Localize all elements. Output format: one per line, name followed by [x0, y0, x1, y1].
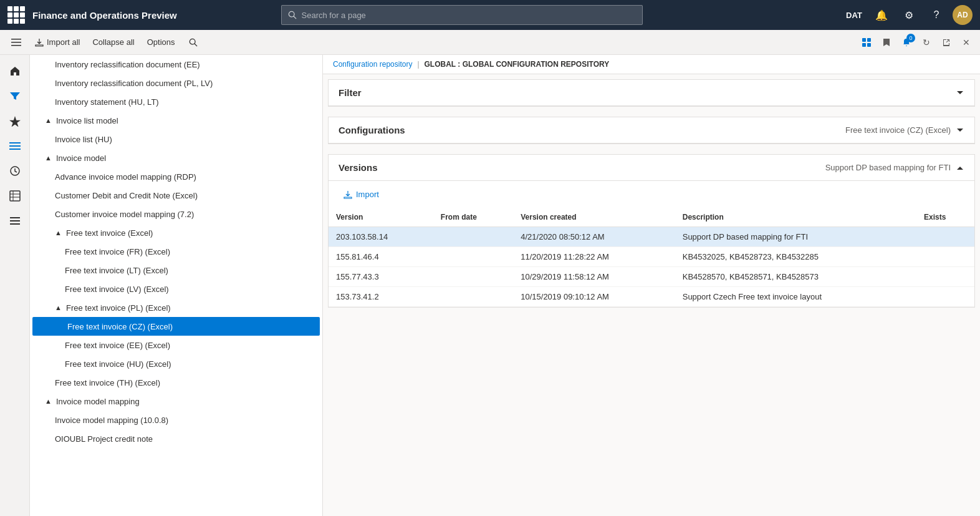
- search-box[interactable]: [281, 5, 643, 25]
- list-icon-btn[interactable]: [4, 210, 26, 232]
- versions-table: Version From date Version created Descri…: [329, 208, 974, 307]
- notifications-sub-button[interactable]: 0: [898, 34, 915, 51]
- cell-exists: [916, 287, 974, 307]
- top-bar-right: DAT 🔔 ⚙ ? AD: [843, 4, 973, 26]
- tree-item-selected[interactable]: Free text invoice (CZ) (Excel): [32, 317, 320, 336]
- tree-item-parent[interactable]: ▲ Invoice model mapping: [30, 392, 322, 411]
- svg-rect-12: [9, 145, 21, 147]
- chevron-down-icon: [956, 89, 964, 97]
- breadcrumb-item1[interactable]: Configuration repository: [333, 60, 412, 69]
- filter-section-header[interactable]: Filter: [329, 80, 974, 106]
- chevron-down-icon: ▲: [45, 117, 54, 124]
- cell-description: KB4532025, KB4528723, KB4532285: [675, 247, 916, 267]
- tree-item[interactable]: Advance invoice model mapping (RDP): [30, 167, 322, 186]
- cell-exists: [916, 267, 974, 287]
- configurations-title: Configurations: [339, 125, 845, 135]
- configurations-header[interactable]: Configurations Free text invoice (CZ) (E…: [329, 117, 974, 144]
- app-menu-icon[interactable]: [7, 6, 25, 24]
- customize-button[interactable]: [858, 34, 875, 51]
- versions-selected-desc: Support DP based mapping for FTI: [825, 163, 951, 172]
- search-input[interactable]: [302, 11, 636, 20]
- user-avatar[interactable]: AD: [953, 5, 973, 25]
- tenant-label: DAT: [843, 4, 865, 26]
- tree-item[interactable]: OIOUBL Project credit note: [30, 429, 322, 448]
- col-version[interactable]: Version: [329, 208, 433, 227]
- tree-item[interactable]: Free text invoice (LT) (Excel): [30, 261, 322, 280]
- collapse-all-button[interactable]: Collapse all: [87, 35, 139, 49]
- chevron-up-icon: [956, 163, 964, 172]
- cell-description: KB4528570, KB4528571, KB4528573: [675, 267, 916, 287]
- configurations-section: Configurations Free text invoice (CZ) (E…: [328, 117, 975, 144]
- clock-icon-btn[interactable]: [4, 160, 26, 182]
- filter-icon-btn[interactable]: [4, 85, 26, 107]
- col-description[interactable]: Description: [675, 208, 916, 227]
- versions-header[interactable]: Versions Support DP based mapping for FT…: [329, 155, 974, 181]
- cell-version-created: 10/29/2019 11:58:12 AM: [513, 267, 675, 287]
- bookmark-button[interactable]: [878, 34, 895, 51]
- svg-rect-3: [11, 42, 21, 43]
- tree-item[interactable]: Free text invoice (TH) (Excel): [30, 373, 322, 392]
- import-button[interactable]: Import: [336, 186, 387, 203]
- filter-section: Filter: [328, 79, 975, 107]
- svg-rect-8: [867, 38, 871, 42]
- star-icon-btn[interactable]: [4, 110, 26, 132]
- hamburger-icon-btn[interactable]: [4, 135, 26, 157]
- svg-rect-20: [10, 220, 20, 221]
- options-button[interactable]: Options: [142, 35, 180, 49]
- cell-version: 203.103.58.14: [329, 227, 433, 247]
- svg-rect-4: [11, 45, 21, 46]
- svg-rect-11: [9, 142, 21, 144]
- cell-description: Support Czech Free text invoice layout: [675, 287, 916, 307]
- tree-item[interactable]: Customer invoice model mapping (7.2): [30, 205, 322, 223]
- tree-item[interactable]: Invoice list (HU): [30, 130, 322, 148]
- import-icon: [343, 190, 352, 199]
- svg-line-1: [293, 16, 295, 19]
- col-exists[interactable]: Exists: [916, 208, 974, 227]
- breadcrumb-item2: GLOBAL : GLOBAL CONFIGURATION REPOSITORY: [425, 60, 610, 69]
- tree-item[interactable]: Free text invoice (LV) (Excel): [30, 280, 322, 298]
- tree-item[interactable]: Free text invoice (HU) (Excel): [30, 354, 322, 373]
- notifications-button[interactable]: 🔔: [870, 4, 893, 26]
- chevron-down-icon: ▲: [45, 397, 54, 405]
- tree-item-parent[interactable]: ▲ Free text invoice (Excel): [30, 223, 322, 242]
- tree-item[interactable]: Invoice model mapping (10.0.8): [30, 411, 322, 429]
- col-version-created[interactable]: Version created: [513, 208, 675, 227]
- table-icon-btn[interactable]: [4, 185, 26, 207]
- tree-item[interactable]: Customer Debit and Credit Note (Excel): [30, 186, 322, 205]
- tree-panel: Inventory reclassification document (EE)…: [30, 55, 323, 516]
- svg-rect-21: [10, 223, 20, 225]
- home-icon-btn[interactable]: [4, 60, 26, 82]
- open-new-button[interactable]: [938, 34, 955, 51]
- tree-item-parent[interactable]: ▲ Free text invoice (PL) (Excel): [30, 298, 322, 317]
- close-button[interactable]: ✕: [958, 34, 975, 51]
- settings-button[interactable]: ⚙: [898, 4, 920, 26]
- tree-item[interactable]: Inventory reclassification document (PL,…: [30, 74, 322, 92]
- tree-item-parent[interactable]: ▲ Invoice model: [30, 148, 322, 167]
- tree-item-parent[interactable]: ▲ Invoice list model: [30, 111, 322, 130]
- cell-version: 153.73.41.2: [329, 287, 433, 307]
- import-all-button[interactable]: Import all: [30, 35, 85, 49]
- notification-badge: 0: [906, 34, 915, 42]
- tree-item[interactable]: Inventory reclassification document (EE): [30, 55, 322, 74]
- table-row[interactable]: 203.103.58.14 4/21/2020 08:50:12 AM Supp…: [329, 227, 974, 247]
- refresh-button[interactable]: ↻: [918, 34, 935, 51]
- hamburger-button[interactable]: [5, 31, 27, 54]
- cell-from-date: [433, 267, 513, 287]
- help-button[interactable]: ?: [925, 4, 948, 26]
- main-layout: Inventory reclassification document (EE)…: [0, 55, 980, 516]
- sub-search-icon[interactable]: [185, 34, 202, 51]
- configurations-selected: Free text invoice (CZ) (Excel): [845, 125, 951, 135]
- tree-item[interactable]: Free text invoice (FR) (Excel): [30, 242, 322, 261]
- table-row[interactable]: 153.73.41.2 10/15/2019 09:10:12 AM Suppo…: [329, 287, 974, 307]
- table-row[interactable]: 155.77.43.3 10/29/2019 11:58:12 AM KB452…: [329, 267, 974, 287]
- tree-item[interactable]: Inventory statement (HU, LT): [30, 92, 322, 111]
- app-title: Finance and Operations Preview: [32, 10, 177, 21]
- cell-from-date: [433, 227, 513, 247]
- tree-item[interactable]: Free text invoice (EE) (Excel): [30, 336, 322, 354]
- svg-line-6: [195, 43, 197, 46]
- svg-rect-2: [11, 39, 21, 40]
- svg-rect-9: [862, 43, 866, 47]
- filter-title: Filter: [339, 87, 956, 98]
- col-from-date[interactable]: From date: [433, 208, 513, 227]
- table-row[interactable]: 155.81.46.4 11/20/2019 11:28:22 AM KB453…: [329, 247, 974, 267]
